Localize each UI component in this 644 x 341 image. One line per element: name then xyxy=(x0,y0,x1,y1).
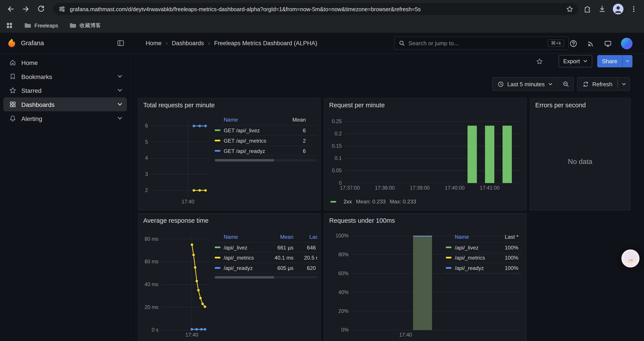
series-mean: 6 xyxy=(283,148,306,154)
legend-col-name[interactable]: Name xyxy=(224,234,274,240)
chevron-down-icon xyxy=(548,82,553,87)
monitor-icon[interactable] xyxy=(604,39,612,47)
news-rss-icon[interactable] xyxy=(586,39,595,47)
scrollbar-thumb[interactable] xyxy=(214,276,274,278)
series-mean: 2 xyxy=(283,137,306,144)
series-color-swatch xyxy=(330,201,336,202)
downloads-icon[interactable] xyxy=(598,5,606,13)
legend-scrollbar[interactable] xyxy=(214,159,317,162)
apps-grid-icon[interactable] xyxy=(6,22,13,29)
zoom-out-button[interactable] xyxy=(558,77,574,91)
legend-col-last[interactable]: Last * xyxy=(298,234,317,240)
search-input[interactable]: Search or jump to... ⌘+k xyxy=(394,37,569,50)
forward-button[interactable] xyxy=(20,3,32,15)
legend-col-mean[interactable]: Mean xyxy=(283,117,306,123)
series-name: /api/_metrics xyxy=(455,254,497,261)
legend-header: Name Last * xyxy=(446,232,522,242)
series-name: GET /api/_readyz xyxy=(224,148,283,154)
legend-row[interactable]: /api/_readyz 100% xyxy=(446,263,522,273)
legend-row[interactable]: GET /api/_livez 6 xyxy=(214,125,317,136)
chevron-down-icon xyxy=(625,59,630,64)
bookmark-star-icon[interactable] xyxy=(566,5,574,13)
chevron-down-icon[interactable] xyxy=(117,88,123,93)
panel-title[interactable]: Requests under 100ms xyxy=(324,214,526,224)
legend-row[interactable]: /api/_livez 661 µs 646 µs xyxy=(214,242,317,253)
request-per-minute-chart[interactable]: 0.250.20.150.10.05017:37:0017:38:0017:39… xyxy=(324,98,526,210)
zoom-out-icon xyxy=(562,81,569,88)
grafana-logo[interactable] xyxy=(6,38,17,48)
legend-header: Name Mean xyxy=(214,115,317,125)
svg-text:0.15: 0.15 xyxy=(332,143,342,149)
legend-row[interactable]: /api/_metrics 100% xyxy=(446,253,522,263)
series-color-swatch xyxy=(446,257,452,258)
svg-text:17:40: 17:40 xyxy=(182,199,194,204)
extensions-icon[interactable] xyxy=(583,5,592,13)
panel-title[interactable]: Request per minute xyxy=(324,98,526,109)
bookmark-item-blog[interactable]: 收藏博客 xyxy=(69,22,101,29)
dashboard-content: Export Share xyxy=(130,54,644,341)
refresh-interval-button[interactable] xyxy=(618,77,630,91)
user-avatar[interactable] xyxy=(621,38,632,49)
chevron-down-icon[interactable] xyxy=(117,102,123,107)
series-color-swatch xyxy=(214,247,220,248)
legend-header: Name Mean Last * xyxy=(214,232,317,242)
bookmark-item-freeleaps[interactable]: Freeleaps xyxy=(24,22,58,29)
svg-text:60%: 60% xyxy=(338,270,349,276)
url-bar[interactable]: grafana.mathmast.com/d/deytv4rwavabkb/fr… xyxy=(53,3,578,15)
sidebar-toggle-icon[interactable] xyxy=(116,39,125,47)
svg-text:2: 2 xyxy=(145,187,148,193)
site-settings-icon[interactable] xyxy=(58,5,66,13)
browser-profile-avatar[interactable] xyxy=(613,4,624,15)
refresh-button[interactable]: Refresh xyxy=(577,77,618,91)
sidebar-item-home[interactable]: Home xyxy=(3,56,127,70)
legend-row[interactable]: /api/_metrics 40.1 ms 20.5 ms xyxy=(214,253,317,263)
series-name: /api/_livez xyxy=(224,244,274,250)
sidebar-item-bookmarks[interactable]: Bookmarks xyxy=(3,69,127,83)
legend-row[interactable]: GET /api/_readyz 6 xyxy=(214,146,317,156)
series-name: /api/_livez xyxy=(455,244,497,250)
chevron-down-icon[interactable] xyxy=(117,74,123,79)
svg-text:0 s: 0 s xyxy=(152,327,158,333)
panel-title[interactable]: Average response time xyxy=(138,214,320,224)
svg-text:3: 3 xyxy=(145,171,148,177)
scrollbar-thumb[interactable] xyxy=(214,159,274,162)
legend-row[interactable]: /api/_readyz 605 µs 620 µs xyxy=(214,263,317,273)
sidebar-item-starred[interactable]: Starred xyxy=(3,83,127,97)
panel-title[interactable]: Total requests per minute xyxy=(138,98,320,109)
legend-col-last[interactable]: Last * xyxy=(497,234,518,240)
legend-col-name[interactable]: Name xyxy=(224,117,283,123)
legend[interactable]: 2xx Mean: 0.233 Max: 0.233 xyxy=(330,198,416,204)
help-icon[interactable] xyxy=(569,39,577,47)
share-button[interactable]: Share xyxy=(597,55,622,67)
breadcrumb-dashboards[interactable]: Dashboards xyxy=(172,40,204,47)
legend-row[interactable]: GET /api/_metrics 2 xyxy=(214,136,317,146)
reload-icon xyxy=(37,5,45,13)
sidebar-item-label: Bookmarks xyxy=(21,73,52,80)
svg-text:40 ms: 40 ms xyxy=(145,281,158,287)
export-button[interactable]: Export xyxy=(559,55,592,67)
series-last: 20.5 ms xyxy=(298,254,317,261)
browser-toolbar: grafana.mathmast.com/d/deytv4rwavabkb/fr… xyxy=(0,0,644,18)
legend-row[interactable]: /api/_livez 100% xyxy=(446,242,522,253)
favorite-star-icon[interactable] xyxy=(536,58,543,65)
sidebar-item-alerting[interactable]: Alerting xyxy=(3,111,127,125)
series-name: /api/_readyz xyxy=(224,265,274,271)
reload-button[interactable] xyxy=(35,3,47,15)
breadcrumb-home[interactable]: Home xyxy=(146,40,162,47)
share-menu-button[interactable] xyxy=(622,55,632,67)
sidebar-item-dashboards[interactable]: Dashboards xyxy=(3,97,127,112)
svg-text:0%: 0% xyxy=(341,327,348,333)
time-range-picker[interactable]: Last 5 minutes xyxy=(492,77,558,91)
legend-scrollbar[interactable] xyxy=(214,276,317,278)
svg-text:0.1: 0.1 xyxy=(335,155,342,161)
back-button[interactable] xyxy=(4,3,17,15)
dashboard-toolbar: Export Share xyxy=(536,55,632,68)
floating-avatar-widget[interactable] xyxy=(622,249,640,267)
legend-col-name[interactable]: Name xyxy=(455,234,497,240)
chevron-down-icon[interactable] xyxy=(117,115,123,121)
panel-title[interactable]: Errors per second xyxy=(530,98,630,109)
legend-col-mean[interactable]: Mean xyxy=(274,234,294,240)
series-mean: 661 µs xyxy=(274,244,294,250)
browser-menu-icon[interactable] xyxy=(630,5,638,13)
svg-text:20 ms: 20 ms xyxy=(145,304,158,310)
